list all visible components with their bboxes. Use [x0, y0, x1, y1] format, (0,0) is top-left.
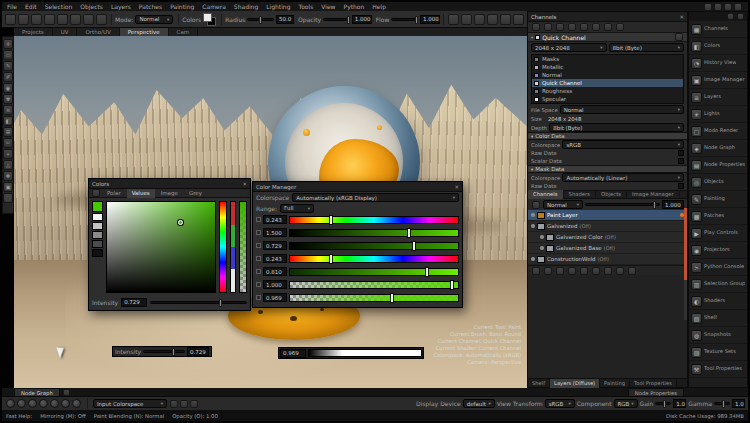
tool-icon[interactable]: ✛ — [3, 39, 13, 49]
Galvanized Base[interactable]: Galvanized Base (Off) — [528, 243, 687, 254]
tool-icon[interactable]: ⌖ — [3, 149, 13, 159]
menu-item[interactable]: Selection — [45, 3, 73, 10]
foreground-background-swatch[interactable] — [203, 13, 216, 26]
colorspace-dropdown[interactable]: Automatically (sRGB Display)▾ — [292, 193, 459, 202]
Galvanized[interactable]: Galvanized (Off) — [528, 221, 687, 232]
opacity-field[interactable]: 1.000 — [352, 15, 372, 24]
lock-icon[interactable] — [256, 243, 261, 248]
new-project-icon[interactable] — [5, 14, 16, 25]
tab-shaders[interactable]: Shaders — [564, 190, 597, 199]
tool-icon[interactable]: ✂ — [3, 138, 13, 148]
flow-field[interactable]: 1.000 — [420, 15, 440, 24]
palette-button[interactable]: ◐ Shaders — [689, 293, 747, 310]
visibility-icon[interactable] — [531, 257, 535, 261]
tab-perspective[interactable]: Perspective — [120, 28, 169, 36]
pin-palettes-icon[interactable] — [727, 13, 734, 20]
color-data-section-header[interactable]: ▾Color Data — [528, 132, 687, 140]
symmetry-y-icon[interactable] — [461, 14, 472, 25]
remove-layer-icon[interactable] — [628, 267, 636, 275]
layer-opacity-slider[interactable] — [585, 203, 660, 206]
menu-item[interactable]: Shading — [234, 3, 258, 10]
palette-button[interactable]: ▥ Selection Groups — [689, 276, 747, 293]
range-dropdown[interactable]: Full▾ — [280, 204, 314, 213]
slider-value-field[interactable]: 0.810 — [263, 267, 287, 276]
current-channel-name[interactable]: Quick Channel — [542, 34, 586, 41]
add-channel-icon[interactable] — [532, 23, 540, 31]
colorspace-dropdown[interactable]: sRGB▾ — [562, 140, 684, 149]
palette-button[interactable]: ▶ Play Controls — [689, 225, 747, 242]
display-device-dropdown[interactable]: default▾ — [463, 399, 495, 408]
node-properties-tab[interactable]: Node Properties — [628, 388, 684, 396]
palette-button[interactable]: ▧ Shelf — [689, 310, 747, 327]
duplicate-channel-icon[interactable] — [556, 23, 564, 31]
menu-item[interactable]: File — [7, 3, 17, 10]
scalar-data-checkbox[interactable] — [678, 158, 684, 164]
menu-item[interactable]: Patches — [139, 3, 162, 10]
gradient-slider-bar[interactable] — [289, 255, 459, 263]
visibility-icon[interactable] — [531, 213, 535, 217]
ConstructionWeld[interactable]: ConstructionWeld (Off) — [528, 254, 687, 265]
tool-icon[interactable]: ◌ — [3, 193, 13, 203]
menu-item[interactable]: Python — [344, 3, 365, 10]
menu-item[interactable]: Edit — [25, 3, 37, 10]
project-icon[interactable] — [704, 3, 712, 11]
gradient-slider-bar[interactable] — [289, 281, 459, 289]
mirror-icon[interactable] — [61, 399, 70, 408]
visibility-icon[interactable] — [531, 224, 535, 228]
view-transform-dropdown[interactable]: sRGB▾ — [545, 399, 575, 408]
intensity-field[interactable]: 0.729 — [187, 347, 209, 356]
flow-slider[interactable] — [391, 18, 418, 21]
palette-button[interactable]: ☀ Lights — [689, 106, 747, 123]
dock-options-icon[interactable] — [63, 389, 70, 396]
flatten-channel-icon[interactable] — [604, 23, 612, 31]
slider-value-field[interactable]: 0.729 — [263, 241, 287, 250]
gradient-slider-bar[interactable] — [289, 268, 459, 276]
value-field[interactable]: 0.969 — [280, 349, 306, 358]
palette-button[interactable]: ◧ Colors — [689, 38, 747, 55]
clear-paint-icon[interactable] — [513, 14, 524, 25]
intensity-field[interactable]: 0.729 — [121, 298, 147, 307]
gradient-slider-bar[interactable] — [289, 294, 459, 302]
tab-uv[interactable]: UV — [53, 28, 78, 36]
transfer-layer-icon[interactable] — [616, 267, 624, 275]
cloud-icon[interactable] — [714, 3, 722, 11]
slider-value-field[interactable]: 0.243 — [263, 215, 287, 224]
channel-list-item[interactable]: Quick Channel — [532, 79, 683, 87]
lock-channel-icon[interactable] — [616, 23, 624, 31]
tool-icon[interactable]: ▭ — [3, 50, 13, 60]
grid-icon[interactable] — [72, 399, 81, 408]
add-group-icon[interactable] — [544, 267, 552, 275]
intensity-slider[interactable] — [150, 301, 247, 304]
palette-button[interactable]: ◎ Objects — [689, 174, 747, 191]
channel-options-icon[interactable] — [675, 33, 683, 41]
symmetry-x-icon[interactable] — [448, 14, 459, 25]
export-channel-icon[interactable] — [580, 23, 588, 31]
palette-button[interactable]: ▨ Texture Sets — [689, 344, 747, 361]
slider-value-field[interactable]: 1.000 — [263, 280, 287, 289]
tool-icon[interactable]: ❖ — [3, 171, 13, 181]
lock-icon[interactable] — [256, 230, 261, 235]
value-gradient-bar[interactable] — [308, 349, 422, 357]
tool-icon[interactable]: ✾ — [3, 94, 13, 104]
palette-button[interactable]: ⚒ Tool Properties — [689, 361, 747, 378]
tab-grey[interactable]: Grey — [184, 189, 207, 198]
Galvanized Color[interactable]: Galvanized Color (Off) — [528, 232, 687, 243]
gradient-slider-bar[interactable] — [289, 216, 459, 224]
palette-button[interactable]: ◍ Snapshots — [689, 327, 747, 344]
channels-palette-header[interactable]: Channels ✕ — [528, 12, 687, 22]
slider-value-field[interactable]: 0.969 — [263, 293, 287, 302]
node-graph-tab[interactable]: Node Graph — [14, 388, 60, 396]
lock-icon[interactable] — [256, 217, 261, 222]
save-icon[interactable] — [31, 14, 42, 25]
tab-cam[interactable]: Cam — [169, 28, 199, 36]
dock-tab-shelf[interactable]: Shelf — [528, 379, 550, 388]
paint-buffer-icon[interactable] — [487, 14, 498, 25]
add-layer-icon[interactable] — [532, 267, 540, 275]
tool-icon[interactable]: ✐ — [3, 72, 13, 82]
menu-item[interactable]: Help — [372, 3, 386, 10]
current-color-swatch[interactable] — [92, 201, 103, 212]
menu-item[interactable]: Camera — [202, 3, 226, 10]
intensity-slider[interactable] — [143, 350, 185, 353]
tab-objects[interactable]: Objects — [596, 190, 627, 199]
copy-icon[interactable] — [96, 14, 107, 25]
